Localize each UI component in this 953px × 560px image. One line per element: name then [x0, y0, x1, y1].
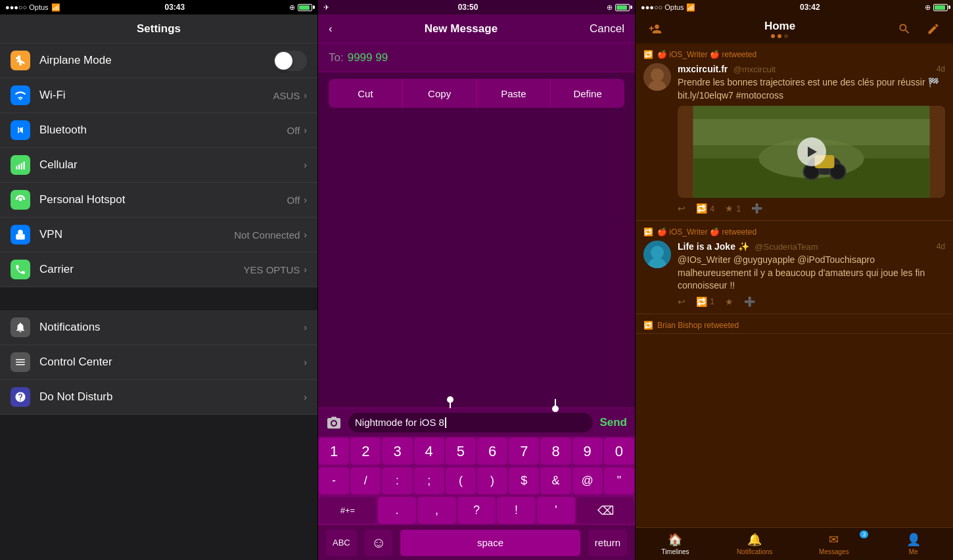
tweet-2-actions: ↩ 🔁 1 ★ ➕	[678, 296, 945, 307]
kb-key-delete[interactable]: ⌫	[576, 497, 634, 524]
tweet-1-header: mxcircuit.fr @mxcircuit 4d	[678, 63, 945, 75]
control-center-chevron: ›	[304, 357, 307, 367]
tweet-1-fav[interactable]: ★ 1	[725, 203, 741, 214]
bluetooth-value: Off	[287, 125, 300, 136]
context-paste[interactable]: Paste	[477, 79, 551, 108]
kb-key-numsym[interactable]: #+=	[319, 497, 377, 524]
settings-item-control-center[interactable]: Control Center ›	[0, 345, 317, 380]
kb-key-4[interactable]: 4	[414, 438, 444, 465]
settings-title: Settings	[137, 22, 181, 35]
twitter-search-button[interactable]	[893, 17, 916, 41]
kb-key-5[interactable]: 5	[446, 438, 476, 465]
tweet-2-retweet[interactable]: 🔁 1	[696, 296, 714, 307]
tweet-1-time: 4d	[937, 64, 945, 74]
context-define[interactable]: Define	[551, 79, 624, 108]
kb-key-1[interactable]: 1	[319, 438, 349, 465]
kb-key-abc[interactable]: ABC	[326, 530, 357, 556]
tweet-1-retweet[interactable]: 🔁 4	[696, 203, 714, 214]
settings-item-notifications[interactable]: Notifications ›	[0, 310, 317, 345]
kb-key-question[interactable]: ?	[457, 497, 496, 524]
svg-rect-3	[24, 162, 25, 170]
settings-item-vpn[interactable]: VPN Not Connected ›	[0, 218, 317, 252]
settings-item-cellular[interactable]: Cellular ›	[0, 148, 317, 183]
tweet-1-actions: ↩ 🔁 4 ★ 1 ➕	[678, 203, 945, 214]
kb-key-amp[interactable]: &	[540, 467, 570, 494]
context-copy[interactable]: Copy	[403, 79, 477, 108]
messages-back-button[interactable]: ‹	[329, 22, 333, 35]
kb-key-dollar[interactable]: $	[509, 467, 539, 494]
settings-item-carrier[interactable]: Carrier YES OPTUS ›	[0, 252, 317, 287]
context-cut[interactable]: Cut	[329, 79, 403, 108]
dnd-label: Do Not Disturb	[39, 390, 304, 404]
cursor-caret	[445, 417, 446, 428]
twitter-compose-button[interactable]	[921, 17, 945, 41]
tw-dot-1	[771, 34, 775, 38]
kb-key-6[interactable]: 6	[477, 438, 507, 465]
tweet-1-content: mxcircuit.fr @mxcircuit 4d Prendre les b…	[678, 63, 945, 214]
fav-icon-2: ★	[725, 296, 733, 307]
settings-item-airplane[interactable]: Airplane Mode	[0, 43, 317, 78]
tweet-1-retweet-text: 🍎 iOS_Writer 🍎 retweeted	[657, 50, 756, 59]
kb-key-semicolon[interactable]: ;	[414, 467, 444, 494]
camera-button[interactable]	[323, 412, 344, 433]
twitter-nav-notifications[interactable]: 🔔 Notifications	[715, 528, 795, 560]
svg-point-7	[651, 68, 664, 82]
settings-panel: ●●●○○ Optus 📶 03:43 ⊕ Settings Airplane …	[0, 0, 317, 560]
messages-nav-title: New Message	[425, 22, 498, 35]
send-button[interactable]: Send	[597, 416, 630, 429]
twitter-status-bar: ●●●○○ Optus 📶 03:42 ⊕	[636, 0, 953, 14]
tweet-1-play-button[interactable]	[797, 137, 826, 166]
messages-panel: ✈ 03:50 ⊕ ‹ New Message Cancel To: 9999 …	[317, 0, 636, 560]
tweet-2-reply[interactable]: ↩	[678, 296, 686, 307]
tweet-2-add[interactable]: ➕	[744, 296, 755, 307]
kb-key-3[interactable]: 3	[382, 438, 412, 465]
kb-key-8[interactable]: 8	[540, 438, 570, 465]
settings-section-system: Notifications › Control Center › Do Not …	[0, 310, 317, 415]
airplane-mode-toggle[interactable]	[273, 51, 307, 71]
settings-item-wifi[interactable]: Wi-Fi ASUS ›	[0, 78, 317, 113]
airplane-mode-label: Airplane Mode	[39, 54, 273, 67]
kb-key-emoji[interactable]: ☺	[365, 530, 392, 556]
tweet-2-fav[interactable]: ★	[725, 296, 733, 307]
kb-key-at[interactable]: @	[572, 467, 603, 494]
messages-cancel-button[interactable]: Cancel	[590, 22, 624, 35]
kb-key-space[interactable]: space	[400, 530, 580, 556]
retweet-count-icon-1: 🔁	[696, 203, 707, 214]
kb-key-return[interactable]: return	[588, 530, 627, 556]
kb-key-9[interactable]: 9	[572, 438, 603, 465]
twitter-nav-messages[interactable]: ✉ Messages 3	[795, 528, 874, 560]
settings-item-hotspot[interactable]: Personal Hotspot Off ›	[0, 183, 317, 218]
tweet-2-header: Life is a Joke ✨ @ScuderiaTeam 4d	[678, 241, 945, 252]
messages-to-label: To:	[329, 51, 344, 64]
add-icon-2: ➕	[744, 296, 755, 307]
kb-key-dash[interactable]: -	[319, 467, 349, 494]
tweet-2-handle: @ScuderiaTeam	[755, 242, 818, 252]
wifi-chevron: ›	[304, 90, 307, 101]
twitter-nav-actions	[893, 17, 945, 41]
kb-key-rparen[interactable]: )	[477, 467, 507, 494]
kb-key-comma[interactable]: ,	[417, 497, 456, 524]
tw-dot-3	[784, 34, 788, 38]
kb-key-colon[interactable]: :	[382, 467, 412, 494]
kb-key-slash[interactable]: /	[350, 467, 381, 494]
keyboard-number-row: 1 2 3 4 5 6 7 8 9 0	[318, 436, 635, 466]
tweet-2-retweet-text: 🍎 iOS_Writer 🍎 retweeted	[657, 227, 756, 237]
tweet-1-reply[interactable]: ↩	[678, 203, 686, 214]
kb-key-dot[interactable]: .	[378, 497, 417, 524]
settings-item-bluetooth[interactable]: Bluetooth Off ›	[0, 113, 317, 148]
kb-key-quote[interactable]: "	[604, 467, 634, 494]
kb-key-7[interactable]: 7	[509, 438, 539, 465]
kb-key-2[interactable]: 2	[350, 438, 381, 465]
kb-key-0[interactable]: 0	[604, 438, 634, 465]
kb-key-lparen[interactable]: (	[446, 467, 476, 494]
hotspot-label: Personal Hotspot	[39, 193, 287, 206]
twitter-nav-me[interactable]: 👤 Me	[873, 528, 953, 560]
kb-key-exclaim[interactable]: !	[497, 497, 536, 524]
add-user-button[interactable]	[643, 17, 667, 41]
twitter-nav-timelines[interactable]: 🏠 Timelines	[636, 528, 715, 560]
settings-item-dnd[interactable]: Do Not Disturb ›	[0, 380, 317, 415]
kb-key-apostrophe[interactable]: '	[537, 497, 576, 524]
message-text-input[interactable]: Nightmode for iOS 8	[348, 413, 593, 432]
tw-battery-icon	[933, 4, 948, 11]
tweet-1-add[interactable]: ➕	[751, 203, 762, 214]
